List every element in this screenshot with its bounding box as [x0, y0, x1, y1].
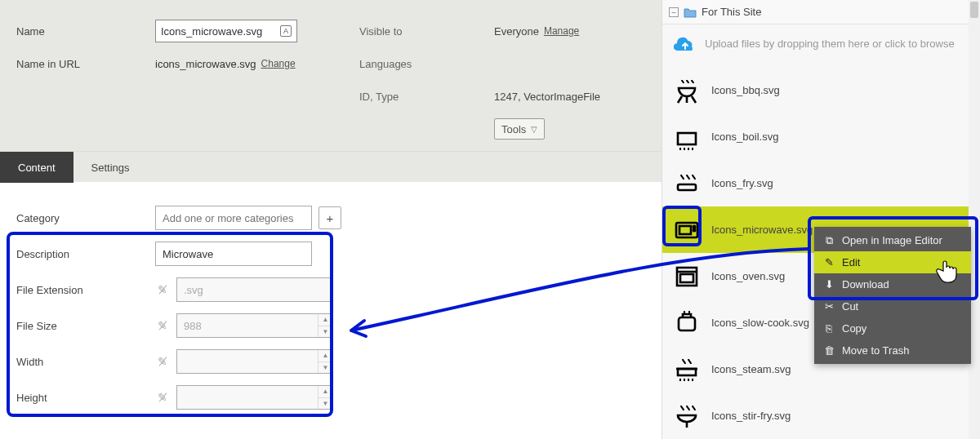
collapse-icon[interactable]: – [669, 7, 679, 17]
file-label: Icons_stir-fry.svg [711, 410, 791, 422]
readonly-icon: ✎̸ [155, 318, 170, 333]
spinner-buttons: ▲▼ [318, 350, 332, 373]
fry-icon [672, 169, 702, 198]
stirfry-icon [672, 401, 702, 431]
upload-hint: Upload files by dropping them here or cl… [705, 38, 955, 51]
file-item[interactable]: Icons_fry.svg [662, 160, 980, 206]
label-languages: Languages [359, 58, 494, 70]
properties-header: Name Icons_microwave.svg A Visible to Ev… [0, 0, 662, 151]
context-menu: ⧉Open in Image Editor✎Edit⬇Download✂Cut⎘… [814, 227, 971, 364]
copy-icon: ⎘ [822, 322, 835, 335]
height-input [176, 385, 333, 410]
file-label: Icons_fry.svg [711, 177, 773, 189]
ctx-open[interactable]: ⧉Open in Image Editor [814, 229, 971, 251]
label-visible-to: Visible to [359, 25, 494, 38]
boil-icon [672, 122, 702, 152]
ctx-edit[interactable]: ✎Edit [814, 251, 971, 273]
chevron-down-icon: ▽ [531, 125, 537, 134]
assets-panel: – For This Site Upload files by dropping… [662, 0, 980, 439]
edit-icon: ✎ [822, 256, 835, 268]
scrollbar[interactable] [969, 0, 980, 439]
assets-header: – For This Site [662, 0, 980, 24]
label-file-size: File Size [16, 320, 155, 332]
label-height: Height [16, 392, 155, 404]
cloud-upload-icon [674, 33, 697, 55]
add-category-button[interactable]: + [318, 206, 341, 229]
microwave-icon [672, 215, 702, 245]
file-label: Icons_bbq.svg [711, 84, 780, 96]
open-icon: ⧉ [822, 234, 835, 247]
description-input[interactable] [155, 242, 312, 266]
ctx-trash[interactable]: 🗑Move to Trash [814, 339, 971, 361]
category-input[interactable] [155, 206, 312, 230]
label-width: Width [16, 356, 155, 368]
file-label: Icons_oven.svg [711, 270, 785, 282]
svg-rect-1 [678, 184, 696, 190]
ctx-download[interactable]: ⬇Download [814, 273, 971, 295]
svg-point-4 [693, 225, 695, 227]
tab-content[interactable]: Content [0, 152, 74, 183]
cut-icon: ✂ [822, 300, 835, 313]
change-url-link[interactable]: Change [261, 58, 296, 69]
file-label: Icons_steam.svg [711, 363, 791, 375]
manage-link[interactable]: Manage [544, 25, 579, 37]
name-value: Icons_microwave.svg [161, 25, 262, 38]
scrollbar-thumb[interactable] [970, 2, 978, 18]
spinner-buttons: ▲▼ [318, 386, 332, 409]
svg-rect-7 [680, 274, 693, 282]
width-input [176, 349, 333, 374]
label-description: Description [16, 248, 155, 260]
readonly-icon: ✎̸ [155, 354, 170, 369]
file-label: Icons_slow-cook.svg [711, 317, 809, 329]
file-label: Icons_boil.svg [711, 131, 778, 143]
upload-dropzone[interactable]: Upload files by dropping them here or cl… [662, 24, 980, 67]
name-input[interactable]: Icons_microwave.svg A [155, 20, 297, 42]
visible-to-value: Everyone [494, 25, 539, 38]
svg-rect-0 [678, 133, 696, 144]
file-item[interactable]: Icons_bbq.svg [662, 67, 980, 113]
readonly-icon: ✎̸ [155, 390, 170, 405]
label-file-extension: File Extension [16, 284, 155, 296]
download-icon: ⬇ [822, 278, 835, 290]
label-name-in-url: Name in URL [16, 58, 155, 70]
svg-rect-3 [679, 226, 691, 234]
bbq-icon [672, 76, 702, 105]
file-label: Icons_microwave.svg [711, 224, 813, 236]
slowcook-icon [672, 308, 702, 338]
readonly-icon: ✎̸ [155, 282, 170, 297]
spinner-buttons: ▲▼ [318, 314, 332, 337]
svg-point-5 [693, 228, 695, 230]
ctx-cut[interactable]: ✂Cut [814, 295, 971, 317]
tab-settings[interactable]: Settings [74, 152, 148, 183]
folder-icon [684, 7, 697, 18]
id-type-value: 1247, VectorImageFile [494, 91, 600, 103]
content-area: Category + Description File Extension ✎̸… [0, 182, 662, 433]
label-name: Name [16, 25, 155, 38]
label-id-type: ID, Type [359, 91, 494, 103]
file-extension-input [176, 277, 333, 302]
file-item[interactable]: Icons_stir-fry.svg [662, 392, 980, 439]
main-panel: Name Icons_microwave.svg A Visible to Ev… [0, 0, 662, 439]
file-item[interactable]: Icons_boil.svg [662, 113, 980, 160]
tabs: Content Settings [0, 151, 662, 182]
tools-dropdown[interactable]: Tools ▽ [494, 118, 545, 140]
steam-icon [672, 355, 702, 384]
ctx-copy[interactable]: ⎘Copy [814, 317, 971, 339]
assets-title: For This Site [702, 6, 761, 18]
rename-icon[interactable]: A [280, 25, 292, 37]
name-in-url-value: icons_microwave.svg [155, 58, 256, 70]
label-category: Category [16, 212, 155, 224]
trash-icon: 🗑 [822, 344, 835, 357]
file-size-input [176, 313, 333, 338]
svg-rect-9 [679, 317, 695, 330]
oven-icon [672, 262, 702, 291]
